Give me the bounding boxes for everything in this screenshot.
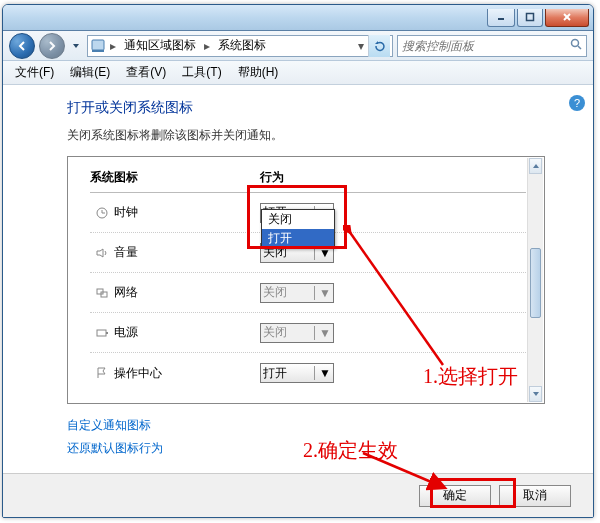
svg-rect-1 xyxy=(527,14,534,21)
link-customize[interactable]: 自定义通知图标 xyxy=(67,418,151,432)
page-subtext: 关闭系统图标将删除该图标并关闭通知。 xyxy=(67,127,545,144)
scroll-down-button[interactable] xyxy=(529,386,542,402)
close-button[interactable] xyxy=(545,9,589,27)
volume-dropdown-list[interactable]: 关闭 打开 xyxy=(261,209,335,249)
menu-file[interactable]: 文件(F) xyxy=(7,61,62,84)
minimize-button[interactable] xyxy=(487,9,515,27)
breadcrumb-seg-2[interactable]: 系统图标 xyxy=(214,36,270,56)
dropdown-option-open[interactable]: 打开 xyxy=(262,229,334,248)
svg-rect-11 xyxy=(97,330,106,336)
chevron-right-icon: ▸ xyxy=(202,39,212,53)
back-button[interactable] xyxy=(9,33,35,59)
control-panel-icon xyxy=(90,38,106,54)
menu-tools[interactable]: 工具(T) xyxy=(174,61,229,84)
network-select[interactable]: 关闭▼ xyxy=(260,283,334,303)
address-bar[interactable]: ▸ 通知区域图标 ▸ 系统图标 ▾ xyxy=(87,35,393,57)
links-area: 自定义通知图标 还原默认图标行为 xyxy=(67,414,545,460)
search-input[interactable] xyxy=(402,39,570,53)
link-restore[interactable]: 还原默认图标行为 xyxy=(67,441,163,455)
ok-button[interactable]: 确定 xyxy=(419,485,491,507)
power-icon xyxy=(90,326,114,340)
refresh-button[interactable] xyxy=(368,35,390,57)
search-icon xyxy=(570,38,582,53)
svg-rect-5 xyxy=(92,50,104,52)
page-title: 打开或关闭系统图标 xyxy=(67,99,545,117)
chevron-right-icon: ▸ xyxy=(108,39,118,53)
content-area: ? 打开或关闭系统图标 关闭系统图标将删除该图标并关闭通知。 系统图标 行为 时… xyxy=(3,85,593,475)
chevron-down-icon: ▼ xyxy=(314,326,331,340)
control-panel-window: ▸ 通知区域图标 ▸ 系统图标 ▾ 文件(F) 编辑(E) 查看(V) 工具(T… xyxy=(2,4,594,518)
volume-icon xyxy=(90,246,114,260)
chevron-down-icon: ▼ xyxy=(314,286,331,300)
maximize-button[interactable] xyxy=(517,9,543,27)
menu-view[interactable]: 查看(V) xyxy=(118,61,174,84)
forward-button[interactable] xyxy=(39,33,65,59)
chevron-down-icon: ▼ xyxy=(314,366,331,380)
col-header-behavior: 行为 xyxy=(260,169,430,186)
search-box[interactable] xyxy=(397,35,587,57)
menu-help[interactable]: 帮助(H) xyxy=(230,61,287,84)
col-header-icon: 系统图标 xyxy=(90,169,260,186)
row-label: 时钟 xyxy=(114,204,260,221)
icons-panel: 系统图标 行为 时钟 打开▼ 音量 关闭▼ 网络 关闭▼ xyxy=(67,156,545,404)
row-label: 音量 xyxy=(114,244,260,261)
scroll-up-button[interactable] xyxy=(529,158,542,174)
row-action-center: 操作中心 打开▼ xyxy=(90,353,526,393)
flag-icon xyxy=(90,366,114,380)
svg-point-6 xyxy=(572,40,579,47)
menu-bar: 文件(F) 编辑(E) 查看(V) 工具(T) 帮助(H) xyxy=(3,61,593,85)
help-icon[interactable]: ? xyxy=(569,95,585,111)
chevron-down-icon[interactable]: ▾ xyxy=(356,39,366,53)
breadcrumb-seg-1[interactable]: 通知区域图标 xyxy=(120,36,200,56)
footer: 确定 取消 xyxy=(3,473,593,517)
scrollbar[interactable] xyxy=(527,158,543,402)
history-dropdown-icon[interactable] xyxy=(69,35,83,57)
row-label: 网络 xyxy=(114,284,260,301)
svg-rect-4 xyxy=(92,40,104,50)
row-label: 电源 xyxy=(114,324,260,341)
cancel-button[interactable]: 取消 xyxy=(499,485,571,507)
svg-rect-12 xyxy=(106,332,108,334)
titlebar[interactable] xyxy=(3,5,593,31)
power-select[interactable]: 关闭▼ xyxy=(260,323,334,343)
action-select[interactable]: 打开▼ xyxy=(260,363,334,383)
dropdown-option-close[interactable]: 关闭 xyxy=(262,210,334,229)
row-power: 电源 关闭▼ xyxy=(90,313,526,353)
row-network: 网络 关闭▼ xyxy=(90,273,526,313)
nav-row: ▸ 通知区域图标 ▸ 系统图标 ▾ xyxy=(3,31,593,61)
row-label: 操作中心 xyxy=(114,365,260,382)
clock-icon xyxy=(90,206,114,220)
network-icon xyxy=(90,286,114,300)
scroll-thumb[interactable] xyxy=(530,248,541,318)
menu-edit[interactable]: 编辑(E) xyxy=(62,61,118,84)
svg-line-7 xyxy=(578,46,581,49)
